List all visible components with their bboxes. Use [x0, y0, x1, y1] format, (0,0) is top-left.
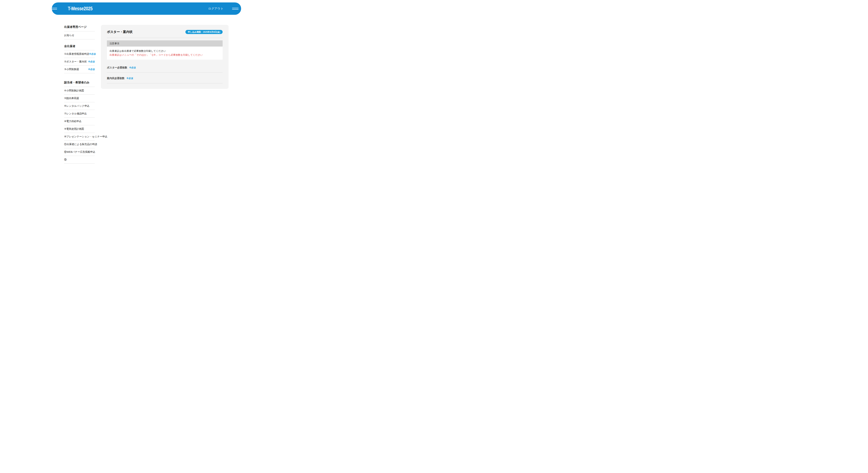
sidebar-item-poster-invitation[interactable]: ②ポスター・案内状 ※必須 — [64, 58, 95, 66]
sidebar-item-decoration-plan[interactable]: ④小間装飾計画図 — [64, 87, 95, 95]
field-poster-quantity[interactable]: ポスター必要枚数 ※必須 — [107, 60, 223, 73]
logout-button[interactable]: ログアウト — [208, 7, 223, 10]
field-invitation-quantity[interactable]: 案内状必要枚数 ※必須 — [107, 73, 223, 83]
main-panel: ポスター・案内状 申し込み期限：2025年8月8日(金) 注意事項 出展者証は各… — [101, 25, 228, 89]
divider — [107, 38, 223, 38]
sidebar-item-vehicle-report[interactable]: ⑤館内車両届 — [64, 95, 95, 102]
sidebar: 出展者専用ページ お知らせ 全出展者 ①出展者情報原稿申請 ※必須 ②ポスター・… — [64, 24, 95, 157]
sidebar-item-label: ⑦レンタル備品申込 — [64, 112, 87, 115]
app-logo: T-Messe2025 — [68, 6, 98, 11]
panel-header: ポスター・案内状 申し込み期限：2025年8月8日(金) — [101, 25, 228, 34]
sidebar-item-label: ⑩プレゼンテーション・セミナー申込 — [64, 135, 107, 138]
field-label: ポスター必要枚数 — [107, 66, 127, 69]
notice-body: 出展者証は各出展者で必要枚数分印刷してください 出展者証はメニューの「そのほか」… — [107, 47, 223, 60]
app-header: T-Messe2025 ログアウト — [52, 2, 241, 15]
required-badge: ※必須 — [88, 68, 95, 71]
menu-lines-right-icon[interactable] — [232, 8, 239, 9]
app-logo-text: T-Messe2025 — [68, 6, 93, 11]
required-badge: ※必須 — [127, 77, 133, 80]
sidebar-item-label: ②ポスター・案内状 — [64, 60, 87, 63]
sidebar-item-label: ④小間装飾計画図 — [64, 89, 84, 92]
sidebar-item-exhibitor-info[interactable]: ①出展者情報原稿申請 ※必須 — [64, 50, 95, 58]
notice-line-1: 出展者証は各出展者で必要枚数分印刷してください — [110, 50, 220, 52]
sidebar-item-label: ⑨電気使用計画図 — [64, 127, 84, 131]
sidebar-item-label: ⑤館内車両届 — [64, 97, 79, 100]
sidebar-item-label: ①出展者情報原稿申請 — [64, 52, 89, 56]
required-badge: ※必須 — [88, 60, 95, 63]
sidebar-item-label: お知らせ — [64, 34, 74, 37]
notice-heading: 注意事項 — [107, 40, 223, 47]
sidebar-section-all-exhibitors: 全出展者 — [64, 39, 95, 50]
sidebar-section-applicable-only: 該当者・希望者のみ — [64, 73, 95, 87]
sidebar-item-label: ⑥レンタルパック申込 — [64, 104, 90, 108]
notice-box: 注意事項 出展者証は各出展者で必要枚数分印刷してください 出展者証はメニューの「… — [107, 40, 223, 60]
notice-line-2: 出展者証はメニューの「そのほか」「ＱＲ」コードから必要枚数を印刷してください — [110, 54, 220, 56]
sidebar-item-13-clipped[interactable]: ⑬ — [64, 156, 95, 157]
required-badge: ※必須 — [129, 66, 136, 69]
sidebar-item-web-banner[interactable]: ⑫WEBバナー広告掲載申込 — [64, 148, 95, 156]
field-label: 案内状必要枚数 — [107, 77, 125, 80]
sidebar-item-sales-application[interactable]: ⑪出展者による販売品の申請 — [64, 141, 95, 148]
sidebar-item-rental-equipment[interactable]: ⑦レンタル備品申込 — [64, 110, 95, 118]
required-badge: ※必須 — [89, 53, 96, 56]
sidebar-item-label: ③小間装飾届 — [64, 68, 79, 71]
sidebar-item-label: ⑧電力供給申込 — [64, 120, 82, 123]
menu-lines-left-icon[interactable] — [51, 8, 57, 9]
sidebar-title: 出展者専用ページ — [64, 24, 95, 31]
sidebar-item-rental-pack[interactable]: ⑥レンタルパック申込 — [64, 102, 95, 110]
sidebar-item-label: ⑪出展者による販売品の申請 — [64, 143, 97, 146]
sidebar-item-notices[interactable]: お知らせ — [64, 31, 95, 39]
deadline-badge: 申し込み期限：2025年8月8日(金) — [185, 30, 223, 34]
sidebar-item-label: ⑫WEBバナー広告掲載申込 — [64, 150, 95, 154]
sidebar-item-electricity-plan[interactable]: ⑨電気使用計画図 — [64, 125, 95, 133]
sidebar-item-power-supply[interactable]: ⑧電力供給申込 — [64, 118, 95, 125]
sidebar-item-presentation-seminar[interactable]: ⑩プレゼンテーション・セミナー申込 — [64, 133, 95, 141]
sidebar-item-booth-decoration[interactable]: ③小間装飾届 ※必須 — [64, 66, 95, 73]
